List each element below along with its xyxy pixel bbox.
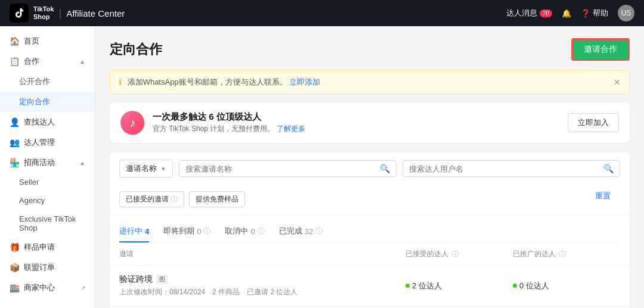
header-right: 达人消息 20 🔔 ❓ 帮助 US xyxy=(506,5,634,21)
sidebar-directed-coop-label: 定向合作 xyxy=(19,97,50,107)
table-container: 邀请 已接受的达人 ⓘ 已推广的达人 ⓘ 验证跨境 图 xyxy=(110,243,630,308)
sidebar-item-seller[interactable]: Seller xyxy=(0,173,95,191)
alert-banner: ℹ 添加WhatsApp账号和邮箱，方便与达人联系。 立即添加 ✕ xyxy=(110,70,630,94)
sidebar-group-recruit[interactable]: 🏪 招商活动 ▲ xyxy=(0,153,95,173)
tiktok-logo-icon xyxy=(10,4,29,23)
tab-completed-label: 已完成 xyxy=(279,226,302,237)
tab-expiring-count: 0 xyxy=(197,227,201,236)
alert-icon: ℹ xyxy=(119,77,122,86)
promo-join-button[interactable]: 立即加入 xyxy=(568,113,619,132)
promo-title: 一次最多触达 6 位顶级达人 xyxy=(153,111,305,123)
sample-icon: 🎁 xyxy=(10,242,19,252)
chevron-down-icon: ▲ xyxy=(79,160,85,166)
promo-link[interactable]: 了解更多 xyxy=(277,125,305,133)
influencer-search-button[interactable]: 🔍 xyxy=(603,164,614,173)
sidebar-item-exclusive-shop[interactable]: Exclusive TikTok Shop xyxy=(0,210,95,237)
free-sample-label: 提供免费样品 xyxy=(196,194,239,204)
col-promoted-info-icon: ⓘ xyxy=(559,250,566,257)
alert-content: ℹ 添加WhatsApp账号和邮箱，方便与达人联系。 立即添加 xyxy=(119,77,320,88)
invite-search-button[interactable]: 🔍 xyxy=(380,164,390,173)
influencer-search-box: 🔍 xyxy=(402,160,620,177)
sidebar-item-agency[interactable]: Agency xyxy=(0,191,95,210)
notification-btn[interactable]: 达人消息 20 xyxy=(506,8,552,18)
tab-expiring[interactable]: 即将到期 0 ⓘ xyxy=(163,221,210,242)
promo-text: 一次最多触达 6 位顶级达人 官方 TikTok Shop 计划，无预付费用。 … xyxy=(153,111,305,134)
invite-name-select[interactable]: 邀请名称 ▼ xyxy=(119,160,173,178)
bell-btn[interactable]: 🔔 xyxy=(562,9,571,18)
notification-count: 20 xyxy=(540,10,552,17)
sidebar-item-influencer-mgmt[interactable]: 👥 达人管理 xyxy=(0,132,95,153)
sidebar-item-affiliate-order[interactable]: 📦 联盟订单 xyxy=(0,257,95,278)
promo-card: ♪ 一次最多触达 6 位顶级达人 官方 TikTok Shop 计划，无预付费用… xyxy=(110,102,630,143)
filter-section: 邀请名称 ▼ 🔍 🔍 已接受的邀请 ⓘ 提供免费样品 xyxy=(110,153,630,308)
page-title: 定向合作 xyxy=(110,41,162,58)
tab-completed[interactable]: 已完成 32 ⓘ xyxy=(279,221,323,242)
reset-link[interactable]: 重置 xyxy=(586,191,620,207)
col-accepted-info-icon: ⓘ xyxy=(452,250,459,257)
sidebar-item-find-influencer[interactable]: 👤 查找达人 xyxy=(0,112,95,132)
main-content: 定向合作 邀请合作 ℹ 添加WhatsApp账号和邮箱，方便与达人联系。 立即添… xyxy=(95,26,644,308)
find-icon: 👤 xyxy=(10,117,19,127)
expiring-info-icon: ⓘ xyxy=(203,226,210,237)
sidebar-item-public-coop[interactable]: 公开合作 xyxy=(0,71,95,92)
sidebar-group-coop[interactable]: 📋 合作 ▲ xyxy=(0,51,95,71)
invite-search-input[interactable] xyxy=(185,164,380,173)
sidebar-group-recruit-left: 🏪 招商活动 xyxy=(10,157,55,168)
completed-info-icon: ⓘ xyxy=(315,226,323,237)
help-label: 帮助 xyxy=(593,8,608,18)
table-header: 邀请 已接受的达人 ⓘ 已推广的达人 ⓘ xyxy=(110,243,630,266)
sidebar-coop-label: 合作 xyxy=(24,56,39,67)
invite-search-box: 🔍 xyxy=(179,160,397,177)
chevron-up-icon: ▲ xyxy=(79,58,85,65)
tab-in-progress-count: 4 xyxy=(145,227,149,236)
help-btn[interactable]: ❓ 帮助 xyxy=(581,8,608,18)
header-divider: | xyxy=(58,7,61,20)
row-1-meta: 上次修改时间：08/14/2024 2 件商品 已邀请 2 位达人 xyxy=(119,287,405,297)
sidebar-home-label: 首页 xyxy=(24,36,39,46)
shop-label: TikTokShop xyxy=(33,5,54,21)
free-sample-button[interactable]: 提供免费样品 xyxy=(189,191,245,207)
col-accepted-header: 已接受的达人 ⓘ xyxy=(405,249,513,259)
alert-link[interactable]: 立即添加 xyxy=(289,77,320,86)
notification-label: 达人消息 xyxy=(506,8,537,18)
sidebar-mgmt-label: 达人管理 xyxy=(24,137,55,148)
sidebar-exclusive-label: Exclusive TikTok Shop xyxy=(19,214,85,232)
canceling-info-icon: ⓘ xyxy=(258,226,265,237)
received-invites-label: 已接受的邀请 xyxy=(126,194,169,204)
dot-green-icon xyxy=(405,284,410,288)
select-label: 邀请名称 xyxy=(126,163,157,174)
tab-canceling-count: 0 xyxy=(250,227,255,236)
tabs: 进行中 4 即将到期 0 ⓘ 取消中 0 ⓘ 已完成 xyxy=(119,221,620,243)
sidebar-group-coop-left: 📋 合作 xyxy=(10,56,39,67)
col-promoted-header: 已推广的达人 ⓘ xyxy=(513,249,620,259)
tab-canceling[interactable]: 取消中 0 ⓘ xyxy=(225,221,264,242)
order-icon: 📦 xyxy=(10,263,19,272)
layout: 🏠 首页 📋 合作 ▲ 公开合作 定向合作 👤 查找达人 👥 达人管理 � xyxy=(0,26,644,308)
home-icon: 🏠 xyxy=(10,36,19,46)
sidebar-merchant-label: 商家中心 xyxy=(24,282,55,293)
avatar[interactable]: US xyxy=(618,5,634,21)
select-chevron-icon: ▼ xyxy=(160,166,166,172)
col-invite-header: 邀请 xyxy=(119,249,405,259)
sidebar-item-directed-coop[interactable]: 定向合作 xyxy=(0,92,95,112)
recruit-icon: 🏪 xyxy=(10,158,19,167)
sidebar-recruit-label: 招商活动 xyxy=(24,157,55,168)
sidebar-sample-label: 样品申请 xyxy=(24,242,55,253)
sidebar-seller-label: Seller xyxy=(19,178,39,186)
received-invites-button[interactable]: 已接受的邀请 ⓘ xyxy=(119,191,184,207)
music-icon: ♪ xyxy=(129,116,135,130)
sidebar-item-sample[interactable]: 🎁 样品申请 xyxy=(0,237,95,257)
sidebar-item-home[interactable]: 🏠 首页 xyxy=(0,31,95,51)
filter-tags-row: 已接受的邀请 ⓘ 提供免费样品 重置 xyxy=(110,191,630,214)
bell-icon: 🔔 xyxy=(562,9,571,18)
tab-completed-count: 32 xyxy=(305,227,313,236)
sidebar-public-coop-label: 公开合作 xyxy=(19,76,50,87)
tab-in-progress[interactable]: 进行中 4 xyxy=(119,221,149,242)
influencer-search-input[interactable] xyxy=(409,164,603,173)
promo-icon: ♪ xyxy=(120,111,144,135)
alert-close-button[interactable]: ✕ xyxy=(614,77,621,87)
sidebar-item-merchant-center[interactable]: 🏬 商家中心 ↗ xyxy=(0,278,95,298)
invite-cooperation-button[interactable]: 邀请合作 xyxy=(571,38,630,61)
row-1-promoted: 0 位达人 xyxy=(513,281,620,291)
external-link-icon: ↗ xyxy=(80,285,85,291)
